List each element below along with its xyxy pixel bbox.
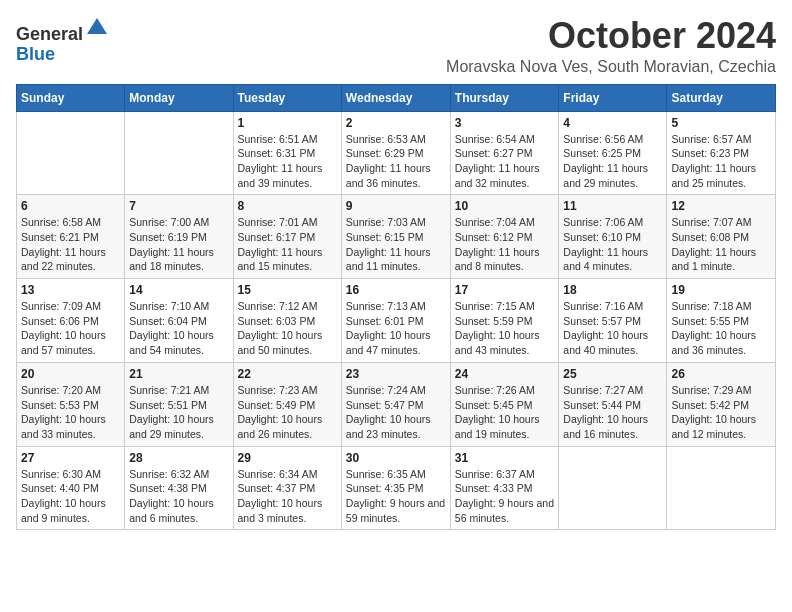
calendar-cell: 23Sunrise: 7:24 AM Sunset: 5:47 PM Dayli… — [341, 362, 450, 446]
calendar-cell: 5Sunrise: 6:57 AM Sunset: 6:23 PM Daylig… — [667, 111, 776, 195]
day-number: 31 — [455, 451, 555, 465]
day-info: Sunrise: 7:13 AM Sunset: 6:01 PM Dayligh… — [346, 299, 446, 358]
day-number: 25 — [563, 367, 662, 381]
day-info: Sunrise: 7:00 AM Sunset: 6:19 PM Dayligh… — [129, 215, 228, 274]
day-info: Sunrise: 7:18 AM Sunset: 5:55 PM Dayligh… — [671, 299, 771, 358]
day-number: 9 — [346, 199, 446, 213]
day-number: 2 — [346, 116, 446, 130]
day-info: Sunrise: 7:16 AM Sunset: 5:57 PM Dayligh… — [563, 299, 662, 358]
calendar-cell: 8Sunrise: 7:01 AM Sunset: 6:17 PM Daylig… — [233, 195, 341, 279]
day-info: Sunrise: 6:32 AM Sunset: 4:38 PM Dayligh… — [129, 467, 228, 526]
weekday-header: Thursday — [450, 84, 559, 111]
day-number: 28 — [129, 451, 228, 465]
day-info: Sunrise: 7:29 AM Sunset: 5:42 PM Dayligh… — [671, 383, 771, 442]
day-info: Sunrise: 6:34 AM Sunset: 4:37 PM Dayligh… — [238, 467, 337, 526]
calendar-cell: 16Sunrise: 7:13 AM Sunset: 6:01 PM Dayli… — [341, 279, 450, 363]
day-number: 10 — [455, 199, 555, 213]
calendar-cell: 22Sunrise: 7:23 AM Sunset: 5:49 PM Dayli… — [233, 362, 341, 446]
calendar-table: SundayMondayTuesdayWednesdayThursdayFrid… — [16, 84, 776, 531]
day-number: 23 — [346, 367, 446, 381]
day-number: 29 — [238, 451, 337, 465]
calendar-cell: 18Sunrise: 7:16 AM Sunset: 5:57 PM Dayli… — [559, 279, 667, 363]
logo-icon — [85, 16, 109, 40]
calendar-cell: 6Sunrise: 6:58 AM Sunset: 6:21 PM Daylig… — [17, 195, 125, 279]
calendar-cell: 11Sunrise: 7:06 AM Sunset: 6:10 PM Dayli… — [559, 195, 667, 279]
day-info: Sunrise: 7:24 AM Sunset: 5:47 PM Dayligh… — [346, 383, 446, 442]
calendar-cell: 9Sunrise: 7:03 AM Sunset: 6:15 PM Daylig… — [341, 195, 450, 279]
calendar-cell — [125, 111, 233, 195]
logo: General Blue — [16, 16, 109, 65]
day-number: 15 — [238, 283, 337, 297]
svg-marker-0 — [87, 18, 107, 34]
calendar-cell: 20Sunrise: 7:20 AM Sunset: 5:53 PM Dayli… — [17, 362, 125, 446]
calendar-header-row: SundayMondayTuesdayWednesdayThursdayFrid… — [17, 84, 776, 111]
calendar-cell: 12Sunrise: 7:07 AM Sunset: 6:08 PM Dayli… — [667, 195, 776, 279]
weekday-header: Saturday — [667, 84, 776, 111]
calendar-cell — [17, 111, 125, 195]
calendar-cell: 27Sunrise: 6:30 AM Sunset: 4:40 PM Dayli… — [17, 446, 125, 530]
calendar-week-row: 20Sunrise: 7:20 AM Sunset: 5:53 PM Dayli… — [17, 362, 776, 446]
day-number: 24 — [455, 367, 555, 381]
day-info: Sunrise: 6:54 AM Sunset: 6:27 PM Dayligh… — [455, 132, 555, 191]
day-number: 7 — [129, 199, 228, 213]
day-info: Sunrise: 7:27 AM Sunset: 5:44 PM Dayligh… — [563, 383, 662, 442]
day-info: Sunrise: 7:15 AM Sunset: 5:59 PM Dayligh… — [455, 299, 555, 358]
calendar-cell: 24Sunrise: 7:26 AM Sunset: 5:45 PM Dayli… — [450, 362, 559, 446]
logo-general: General — [16, 24, 83, 44]
calendar-cell: 29Sunrise: 6:34 AM Sunset: 4:37 PM Dayli… — [233, 446, 341, 530]
day-info: Sunrise: 7:21 AM Sunset: 5:51 PM Dayligh… — [129, 383, 228, 442]
weekday-header: Friday — [559, 84, 667, 111]
day-number: 22 — [238, 367, 337, 381]
day-info: Sunrise: 7:23 AM Sunset: 5:49 PM Dayligh… — [238, 383, 337, 442]
day-number: 30 — [346, 451, 446, 465]
day-info: Sunrise: 6:56 AM Sunset: 6:25 PM Dayligh… — [563, 132, 662, 191]
day-number: 27 — [21, 451, 120, 465]
calendar-week-row: 6Sunrise: 6:58 AM Sunset: 6:21 PM Daylig… — [17, 195, 776, 279]
day-info: Sunrise: 6:30 AM Sunset: 4:40 PM Dayligh… — [21, 467, 120, 526]
calendar-cell: 15Sunrise: 7:12 AM Sunset: 6:03 PM Dayli… — [233, 279, 341, 363]
day-number: 5 — [671, 116, 771, 130]
calendar-cell: 28Sunrise: 6:32 AM Sunset: 4:38 PM Dayli… — [125, 446, 233, 530]
calendar-cell: 10Sunrise: 7:04 AM Sunset: 6:12 PM Dayli… — [450, 195, 559, 279]
calendar-cell: 30Sunrise: 6:35 AM Sunset: 4:35 PM Dayli… — [341, 446, 450, 530]
calendar-week-row: 1Sunrise: 6:51 AM Sunset: 6:31 PM Daylig… — [17, 111, 776, 195]
day-number: 26 — [671, 367, 771, 381]
day-info: Sunrise: 7:03 AM Sunset: 6:15 PM Dayligh… — [346, 215, 446, 274]
calendar-cell: 7Sunrise: 7:00 AM Sunset: 6:19 PM Daylig… — [125, 195, 233, 279]
weekday-header: Wednesday — [341, 84, 450, 111]
day-number: 14 — [129, 283, 228, 297]
day-info: Sunrise: 7:12 AM Sunset: 6:03 PM Dayligh… — [238, 299, 337, 358]
calendar-cell: 26Sunrise: 7:29 AM Sunset: 5:42 PM Dayli… — [667, 362, 776, 446]
logo-blue: Blue — [16, 44, 55, 64]
day-info: Sunrise: 6:51 AM Sunset: 6:31 PM Dayligh… — [238, 132, 337, 191]
calendar-cell: 17Sunrise: 7:15 AM Sunset: 5:59 PM Dayli… — [450, 279, 559, 363]
day-number: 3 — [455, 116, 555, 130]
day-info: Sunrise: 7:04 AM Sunset: 6:12 PM Dayligh… — [455, 215, 555, 274]
day-info: Sunrise: 7:01 AM Sunset: 6:17 PM Dayligh… — [238, 215, 337, 274]
day-info: Sunrise: 6:57 AM Sunset: 6:23 PM Dayligh… — [671, 132, 771, 191]
day-number: 4 — [563, 116, 662, 130]
calendar-week-row: 13Sunrise: 7:09 AM Sunset: 6:06 PM Dayli… — [17, 279, 776, 363]
day-number: 11 — [563, 199, 662, 213]
day-number: 16 — [346, 283, 446, 297]
day-number: 20 — [21, 367, 120, 381]
day-info: Sunrise: 7:20 AM Sunset: 5:53 PM Dayligh… — [21, 383, 120, 442]
calendar-cell: 19Sunrise: 7:18 AM Sunset: 5:55 PM Dayli… — [667, 279, 776, 363]
calendar-cell: 13Sunrise: 7:09 AM Sunset: 6:06 PM Dayli… — [17, 279, 125, 363]
day-number: 13 — [21, 283, 120, 297]
day-info: Sunrise: 6:35 AM Sunset: 4:35 PM Dayligh… — [346, 467, 446, 526]
day-info: Sunrise: 7:07 AM Sunset: 6:08 PM Dayligh… — [671, 215, 771, 274]
calendar-cell: 14Sunrise: 7:10 AM Sunset: 6:04 PM Dayli… — [125, 279, 233, 363]
calendar-cell — [559, 446, 667, 530]
calendar-cell — [667, 446, 776, 530]
day-info: Sunrise: 7:06 AM Sunset: 6:10 PM Dayligh… — [563, 215, 662, 274]
calendar-week-row: 27Sunrise: 6:30 AM Sunset: 4:40 PM Dayli… — [17, 446, 776, 530]
day-number: 1 — [238, 116, 337, 130]
calendar-cell: 1Sunrise: 6:51 AM Sunset: 6:31 PM Daylig… — [233, 111, 341, 195]
day-info: Sunrise: 7:10 AM Sunset: 6:04 PM Dayligh… — [129, 299, 228, 358]
day-number: 12 — [671, 199, 771, 213]
day-number: 17 — [455, 283, 555, 297]
calendar-cell: 31Sunrise: 6:37 AM Sunset: 4:33 PM Dayli… — [450, 446, 559, 530]
day-number: 8 — [238, 199, 337, 213]
day-info: Sunrise: 6:58 AM Sunset: 6:21 PM Dayligh… — [21, 215, 120, 274]
